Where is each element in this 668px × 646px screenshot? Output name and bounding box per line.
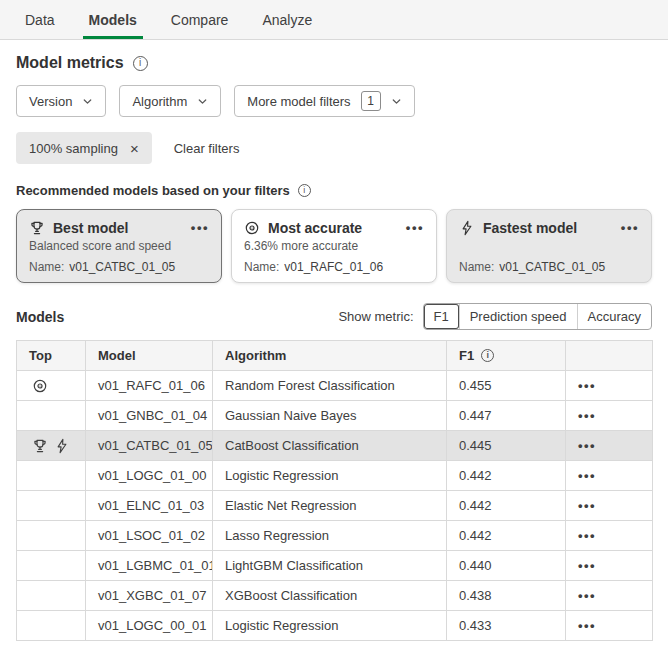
- show-metric-label: Show metric:: [338, 309, 413, 324]
- recommended-cards: Best model ••• Balanced score and speed …: [16, 209, 652, 283]
- f1-info-icon[interactable]: [481, 349, 494, 362]
- recommended-info-icon[interactable]: [298, 184, 311, 197]
- filter-row: Version Algorithm More model filters 1: [16, 85, 652, 117]
- row-menu-button[interactable]: •••: [566, 431, 653, 461]
- row-menu-button[interactable]: •••: [566, 551, 653, 581]
- card-title: Fastest model: [483, 220, 577, 236]
- trophy-icon: [29, 220, 45, 236]
- tab-analyze[interactable]: Analyze: [245, 0, 329, 39]
- f1-value-cell: 0.440: [447, 551, 566, 581]
- f1-value-cell: 0.442: [447, 521, 566, 551]
- column-header-model: Model: [86, 341, 213, 371]
- best-model-card[interactable]: Best model ••• Balanced score and speed …: [16, 209, 222, 283]
- algorithm-cell: Logistic Regression: [213, 611, 447, 641]
- f1-value-cell: 0.438: [447, 581, 566, 611]
- row-menu-button[interactable]: •••: [566, 611, 653, 641]
- model-name-cell[interactable]: v01_GNBC_01_04: [86, 401, 213, 431]
- f1-value-cell: 0.447: [447, 401, 566, 431]
- model-name-cell[interactable]: v01_ELNC_01_03: [86, 491, 213, 521]
- metric-option-accuracy[interactable]: Accuracy: [577, 304, 651, 329]
- table-row: v01_XGBC_01_07 XGBoost Classification 0.…: [17, 581, 653, 611]
- metric-segmented-control: F1 Prediction speed Accuracy: [423, 303, 652, 330]
- chevron-down-icon: [197, 96, 208, 107]
- metric-option-f1[interactable]: F1: [424, 304, 459, 329]
- table-header-row: Top Model Algorithm F1: [17, 341, 653, 371]
- more-filters-button[interactable]: More model filters 1: [234, 85, 414, 117]
- algorithm-cell: Elastic Net Regression: [213, 491, 447, 521]
- f1-value-cell: 0.442: [447, 461, 566, 491]
- column-header-actions: [566, 341, 653, 371]
- top-indicator-cell: [17, 461, 86, 491]
- sampling-filter-chip[interactable]: 100% sampling ×: [16, 132, 152, 164]
- row-menu-button[interactable]: •••: [566, 491, 653, 521]
- column-header-f1: F1: [447, 341, 566, 371]
- algorithm-cell: XGBoost Classification: [213, 581, 447, 611]
- model-name-cell[interactable]: v01_LOGC_01_00: [86, 461, 213, 491]
- card-menu-button[interactable]: •••: [402, 219, 424, 236]
- bolt-icon: [54, 438, 70, 454]
- version-filter-label: Version: [29, 94, 72, 109]
- card-subtitle: 6.36% more accurate: [244, 239, 424, 253]
- row-menu-button[interactable]: •••: [566, 581, 653, 611]
- most-accurate-card[interactable]: Most accurate ••• 6.36% more accurate Na…: [231, 209, 437, 283]
- tab-data[interactable]: Data: [8, 0, 72, 39]
- model-name-cell[interactable]: v01_LGBMC_01_01: [86, 551, 213, 581]
- fastest-model-card[interactable]: Fastest model ••• Name:v01_CATBC_01_05: [446, 209, 652, 283]
- algorithm-filter-label: Algorithm: [132, 94, 187, 109]
- model-name-cell[interactable]: v01_LSOC_01_02: [86, 521, 213, 551]
- model-name-cell[interactable]: v01_XGBC_01_07: [86, 581, 213, 611]
- card-menu-button[interactable]: •••: [617, 219, 639, 236]
- column-header-top: Top: [17, 341, 86, 371]
- table-row: v01_RAFC_01_06 Random Forest Classificat…: [17, 371, 653, 401]
- tab-compare[interactable]: Compare: [154, 0, 246, 39]
- model-name-cell[interactable]: v01_RAFC_01_06: [86, 371, 213, 401]
- card-title: Best model: [53, 220, 128, 236]
- top-indicator-cell: [17, 371, 86, 401]
- algorithm-cell: CatBoost Classification: [213, 431, 447, 461]
- card-name-label: Name:: [459, 260, 494, 274]
- models-table: Top Model Algorithm F1 v01_RAFC_01_06 Ra…: [16, 340, 653, 641]
- row-menu-button[interactable]: •••: [566, 461, 653, 491]
- card-menu-button[interactable]: •••: [187, 219, 209, 236]
- card-name-value: v01_CATBC_01_05: [69, 260, 175, 274]
- algorithm-cell: Lasso Regression: [213, 521, 447, 551]
- table-row: v01_LGBMC_01_01 LightGBM Classification …: [17, 551, 653, 581]
- f1-value-cell: 0.445: [447, 431, 566, 461]
- row-menu-button[interactable]: •••: [566, 521, 653, 551]
- row-menu-button[interactable]: •••: [566, 371, 653, 401]
- card-name-label: Name:: [244, 260, 279, 274]
- card-subtitle: Balanced score and speed: [29, 239, 209, 253]
- more-filters-label: More model filters: [247, 94, 350, 109]
- algorithm-filter-button[interactable]: Algorithm: [119, 85, 221, 117]
- model-name-cell[interactable]: v01_CATBC_01_05: [86, 431, 213, 461]
- card-name-value: v01_CATBC_01_05: [499, 260, 605, 274]
- top-indicator-cell: [17, 551, 86, 581]
- top-indicator-cell: [17, 611, 86, 641]
- version-filter-button[interactable]: Version: [16, 85, 106, 117]
- card-model-name: Name:v01_CATBC_01_05: [29, 260, 209, 274]
- f1-value-cell: 0.433: [447, 611, 566, 641]
- page-title: Model metrics: [16, 54, 124, 72]
- main-content: Model metrics Version Algorithm More mod…: [0, 40, 668, 641]
- f1-value-cell: 0.455: [447, 371, 566, 401]
- tab-models[interactable]: Models: [72, 0, 154, 39]
- card-name-value: v01_RAFC_01_06: [284, 260, 383, 274]
- recommended-title: Recommended models based on your filters: [16, 183, 290, 198]
- close-icon[interactable]: ×: [130, 141, 139, 156]
- tab-bar: Data Models Compare Analyze: [0, 0, 668, 40]
- model-name-cell[interactable]: v01_LOGC_00_01: [86, 611, 213, 641]
- table-row: v01_LOGC_00_01 Logistic Regression 0.433…: [17, 611, 653, 641]
- algorithm-cell: Gaussian Naive Bayes: [213, 401, 447, 431]
- card-subtitle: [459, 239, 639, 253]
- top-indicator-cell: [17, 581, 86, 611]
- clear-filters-link[interactable]: Clear filters: [174, 141, 240, 156]
- top-indicator-cell: [17, 401, 86, 431]
- bullseye-icon: [32, 378, 48, 394]
- metric-option-prediction-speed[interactable]: Prediction speed: [459, 304, 577, 329]
- trophy-icon: [32, 438, 48, 454]
- model-metrics-info-icon[interactable]: [133, 56, 148, 71]
- card-title: Most accurate: [268, 220, 362, 236]
- sampling-chip-label: 100% sampling: [29, 141, 118, 156]
- chevron-down-icon: [82, 96, 93, 107]
- row-menu-button[interactable]: •••: [566, 401, 653, 431]
